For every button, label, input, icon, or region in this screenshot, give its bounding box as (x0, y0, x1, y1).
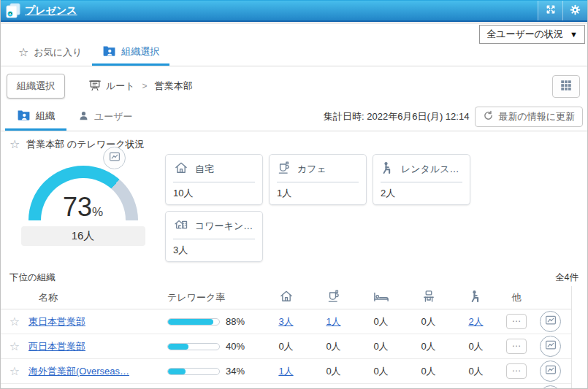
toolbar: 組織選択 ルート > 営業本部 (1, 66, 587, 104)
favorite-star-icon[interactable]: ☆ (9, 137, 20, 151)
seat-icon (469, 289, 484, 306)
location-card-header: レンタルス… (381, 161, 462, 182)
refresh-button[interactable]: 最新の情報に更新 (475, 107, 583, 127)
org-name-link[interactable]: 西日本営業部 (28, 341, 85, 352)
star-icon[interactable]: ☆ (1, 364, 28, 378)
main-tab-bar: ☆ お気に入り 組織選択 (1, 44, 587, 66)
caret-down-icon: ▼ (570, 30, 578, 39)
settings-button[interactable] (562, 1, 587, 20)
home-icon (173, 161, 189, 177)
rate-bar-fill (168, 344, 188, 350)
chart-icon (544, 314, 557, 329)
location-count-cell: 0人 (405, 365, 452, 378)
tab-organization-label: 組織 (36, 109, 55, 123)
user-status-dropdown-label: 全ユーザーの状況 (486, 28, 563, 41)
star-icon[interactable]: ☆ (1, 315, 28, 328)
org-name-cell: 西日本営業部 (28, 340, 167, 353)
presence-app-window: プレゼンス 全ユーザーの状況 ▼ ☆ お気に入り 組織選択 組織選択 ルート > (0, 0, 588, 389)
org-table: 名称テレワーク率他☆東日本営業部88%3人1人0人0人2人…☆西日本営業部40%… (1, 286, 572, 389)
gear-icon (569, 4, 581, 18)
tab-users[interactable]: ユーザー (66, 106, 145, 131)
more-button[interactable]: … (506, 339, 527, 354)
tab-organization[interactable]: 組織 (5, 104, 66, 131)
org-name-cell: 東日本営業部 (28, 315, 167, 328)
refresh-button-label: 最新の情報に更新 (498, 110, 575, 123)
app-title[interactable]: プレゼンス (25, 4, 77, 18)
location-count-value: 0人 (278, 341, 293, 352)
location-count-cell: 0人 (452, 365, 500, 378)
location-count-cell: 0人 (452, 340, 500, 353)
row-chart-button[interactable] (540, 385, 561, 389)
telework-gauge: 73% 16人 (8, 154, 158, 262)
more-cell: … (500, 314, 533, 329)
chart-icon (544, 339, 557, 354)
column-header-home-icon (262, 289, 310, 306)
expand-button[interactable] (538, 1, 562, 20)
location-count-link[interactable]: 3人 (278, 316, 293, 327)
location-card[interactable]: カフェ1人 (269, 154, 367, 205)
overview-title-row: ☆ 営業本部 のテレワーク状況 (1, 131, 587, 153)
tab-favorites[interactable]: ☆ お気に入り (8, 42, 92, 66)
refresh-icon (483, 110, 494, 123)
app-logo-icon (4, 3, 22, 19)
location-count-value: 0人 (421, 316, 435, 327)
location-count-cell: 0人 (405, 340, 452, 353)
tab-org-select[interactable]: 組織選択 (92, 41, 169, 66)
org-name-link[interactable]: 海外営業部(Overseas… (28, 366, 129, 377)
user-status-dropdown[interactable]: 全ユーザーの状況 ▼ (479, 25, 585, 44)
location-card[interactable]: レンタルス…2人 (373, 154, 470, 205)
location-count-value: 0人 (421, 366, 435, 377)
location-card-label: レンタルス… (401, 163, 459, 176)
user-icon (78, 110, 89, 123)
chart-cell (533, 385, 568, 389)
location-count-link[interactable]: 2人 (468, 316, 483, 327)
location-cards: 自宅10人カフェ1人レンタルス…2人コワーキン…3人 (165, 154, 481, 262)
chart-cell (533, 311, 568, 332)
location-count-value: 0人 (421, 341, 435, 352)
location-card[interactable]: 自宅10人 (165, 154, 263, 205)
breadcrumb-root[interactable]: ルート (88, 80, 135, 93)
location-card-count: 1人 (277, 182, 359, 200)
table-row: ☆海外営業部(Overseas…34%1人0人0人0人0人… (1, 359, 571, 384)
location-count-value: 0人 (373, 316, 388, 327)
location-card-count: 3人 (173, 239, 255, 257)
location-count-link[interactable]: 1人 (278, 366, 293, 377)
location-card[interactable]: コワーキン…3人 (165, 211, 263, 262)
more-cell: … (500, 363, 533, 379)
location-card-header: 自宅 (173, 161, 255, 182)
home-icon (278, 289, 294, 306)
location-count-value: 0人 (468, 341, 483, 352)
column-header-other: 他 (500, 291, 533, 304)
chart-icon (108, 150, 121, 166)
chart-cell (533, 336, 568, 357)
grid-view-button[interactable] (552, 75, 580, 98)
row-chart-button[interactable] (540, 361, 561, 382)
star-icon: ☆ (18, 45, 28, 59)
location-card-header: カフェ (277, 161, 359, 182)
cafe-icon (277, 161, 291, 177)
location-count-value: 0人 (373, 341, 388, 352)
org-name-link[interactable]: 東日本営業部 (28, 316, 85, 327)
aggregate-datetime: 集計日時: 2022年6月6日(月) 12:14 (324, 110, 469, 123)
table-section-header: 下位の組織 全4件 (1, 266, 587, 286)
tab-favorites-label: お気に入り (34, 46, 82, 59)
star-icon[interactable]: ☆ (1, 339, 28, 353)
gauge-percent-unit: % (92, 205, 103, 219)
more-button[interactable]: … (506, 314, 527, 329)
more-cell: … (500, 339, 533, 354)
rate-bar-fill (168, 319, 213, 325)
row-chart-button[interactable] (540, 311, 561, 332)
sub-tab-bar: 組織 ユーザー 集計日時: 2022年6月6日(月) 12:14 最新の情報に更… (1, 104, 587, 131)
title-bar: プレゼンス (1, 0, 587, 22)
chart-cell (533, 361, 568, 382)
location-card-count: 10人 (173, 182, 255, 200)
location-count-link[interactable]: 1人 (326, 316, 340, 327)
location-count-value: 0人 (373, 366, 388, 377)
more-button[interactable]: … (506, 363, 527, 379)
location-card-label: コワーキン… (195, 220, 253, 233)
row-chart-button[interactable] (540, 336, 561, 357)
aggregate-cluster: 集計日時: 2022年6月6日(月) 12:14 最新の情報に更新 (324, 107, 583, 131)
table-row: ☆西日本営業部40%0人0人0人0人0人… (1, 334, 571, 359)
location-card-header: コワーキン… (173, 217, 255, 239)
org-select-button[interactable]: 組織選択 (7, 74, 65, 99)
